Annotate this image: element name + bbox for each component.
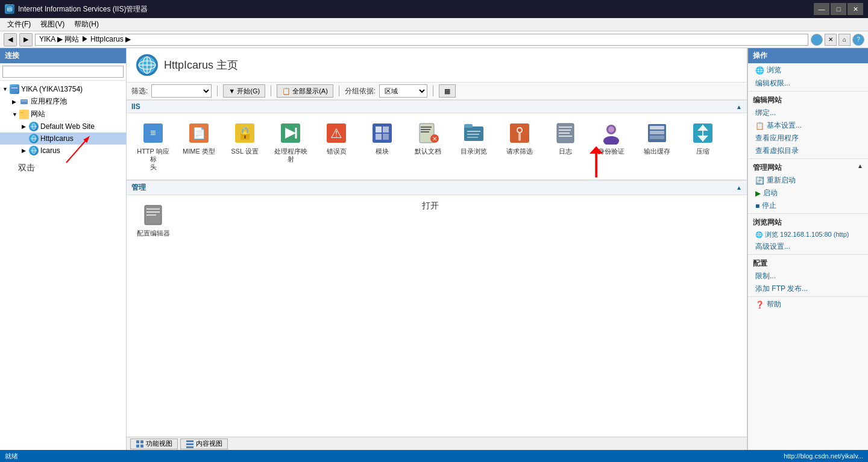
- maximize-button[interactable]: □: [831, 3, 846, 15]
- edit-perms-label: 编辑权限...: [755, 78, 790, 89]
- right-action-stop[interactable]: ■ 停止: [748, 199, 868, 212]
- iis-section-toggle[interactable]: ▲: [736, 104, 742, 110]
- feature-view-button[interactable]: 功能视图: [130, 439, 178, 449]
- right-link-browse[interactable]: 🌐 浏览: [748, 63, 868, 77]
- svg-rect-81: [140, 445, 143, 448]
- iis-item-dir-browse[interactable]: 目录浏览: [452, 118, 495, 175]
- tree-toggle-server[interactable]: ▼: [2, 86, 10, 92]
- filter-select[interactable]: [151, 84, 212, 98]
- svg-rect-66: [650, 131, 664, 134]
- right-link-edit-perms[interactable]: 编辑权限...: [748, 77, 868, 90]
- minimize-button[interactable]: —: [814, 3, 829, 15]
- svg-rect-37: [376, 126, 382, 133]
- view-apps-label: 查看应用程序: [755, 133, 799, 143]
- right-subsection-edit-site: 编辑网站: [748, 93, 868, 107]
- right-subsection-manage-site: 管理网站 ▲: [748, 160, 868, 174]
- start-button[interactable]: ▼ 开始(G): [223, 84, 265, 98]
- forward-button[interactable]: ▶: [19, 33, 33, 46]
- svg-rect-84: [186, 446, 193, 448]
- right-action-browse-url[interactable]: 🌐 浏览 192.168.1.105:80 (http): [748, 229, 868, 240]
- tree-item-sites[interactable]: ▼ 网站: [0, 108, 126, 120]
- start-icon: ▶: [755, 189, 761, 198]
- right-action-help[interactable]: ❓ 帮助: [748, 298, 868, 311]
- right-action-start[interactable]: ▶ 启动: [748, 187, 868, 199]
- page-title: HttpIcarus 主页: [164, 58, 238, 72]
- status-text: 就绪: [5, 452, 18, 461]
- group-select[interactable]: 区域: [379, 84, 427, 98]
- status-bar: 就绪 http://blog.csdn.net/yikalv...: [0, 450, 868, 462]
- right-action-restart[interactable]: 🔄 重新启动: [748, 174, 868, 187]
- menu-file[interactable]: 文件(F): [2, 18, 36, 31]
- refresh-icon[interactable]: [811, 34, 823, 46]
- auth-label: 身份验证: [598, 148, 624, 155]
- content-area: HttpIcarus 主页 筛选: ▼ 开始(G) 📋 全部显示(A) 分组依据…: [127, 48, 747, 450]
- manage-section-toggle[interactable]: ▲: [736, 184, 742, 191]
- svg-text:≡: ≡: [150, 128, 156, 138]
- iis-item-request-filter[interactable]: 请求筛选: [498, 118, 541, 175]
- iis-item-auth[interactable]: 身份验证: [590, 118, 633, 175]
- tree-toggle-sites[interactable]: ▼: [12, 111, 19, 117]
- show-all-icon: 📋: [282, 87, 291, 95]
- iis-item-default-doc[interactable]: ✕ 默认文档: [406, 118, 450, 175]
- manage-item-config-editor[interactable]: 配置编辑器: [131, 200, 175, 240]
- help-icon[interactable]: ?: [852, 34, 864, 46]
- view-vdirs-label: 查看虚拟目录: [755, 146, 799, 156]
- menu-help[interactable]: 帮助(H): [69, 18, 104, 31]
- mime-icon: 📄: [187, 121, 211, 145]
- show-all-button[interactable]: 📋 全部显示(A): [277, 84, 333, 98]
- sidebar-search-area: [0, 63, 126, 81]
- home-icon[interactable]: ⌂: [838, 34, 851, 46]
- svg-rect-55: [518, 133, 521, 141]
- menu-view[interactable]: 视图(V): [36, 18, 69, 31]
- default-site-icon: [29, 122, 39, 131]
- manage-section-label: 管理: [131, 183, 146, 193]
- svg-rect-60: [559, 136, 572, 137]
- stop-icon[interactable]: ✕: [825, 34, 837, 46]
- close-button[interactable]: ✕: [848, 3, 863, 15]
- iis-item-module[interactable]: 模块: [360, 118, 404, 175]
- back-button[interactable]: ◀: [4, 33, 17, 46]
- iis-item-http-header[interactable]: ≡ HTTP 响应标头: [131, 118, 175, 175]
- tree-toggle-apppool[interactable]: ▶: [12, 99, 19, 105]
- tree-item-apppool[interactable]: ▶ 应用程序池: [0, 95, 126, 108]
- iis-section-header: IIS ▲: [127, 100, 747, 113]
- iis-item-compress[interactable]: 压缩: [681, 118, 725, 175]
- help-label: 帮助: [767, 299, 781, 310]
- browse-icon: 🌐: [755, 66, 764, 75]
- svg-rect-3: [11, 86, 18, 92]
- view-button[interactable]: ▦: [439, 84, 456, 98]
- tree-item-server[interactable]: ▼ YIKA (YIKA\13754): [0, 83, 126, 95]
- svg-rect-4: [11, 87, 17, 89]
- right-action-view-vdirs[interactable]: 查看虚拟目录: [748, 145, 868, 157]
- svg-point-63: [608, 126, 614, 133]
- iis-item-output-cache[interactable]: 输出缓存: [635, 118, 679, 175]
- apppool-icon: [19, 97, 29, 107]
- iis-item-error[interactable]: ⚠ 错误页: [315, 118, 358, 175]
- iis-item-handler[interactable]: 处理程序映射: [269, 118, 312, 175]
- manage-site-toggle[interactable]: ▲: [857, 163, 863, 169]
- iis-item-log[interactable]: 日志: [544, 118, 587, 175]
- content-view-button[interactable]: 内容视图: [180, 439, 228, 449]
- right-action-limit[interactable]: 限制...: [748, 270, 868, 283]
- svg-text:IIS: IIS: [7, 7, 13, 11]
- manage-icons-grid: 配置编辑器: [127, 195, 747, 245]
- right-action-advanced[interactable]: 高级设置...: [748, 240, 868, 253]
- right-action-bind[interactable]: 绑定...: [748, 107, 868, 119]
- tree-toggle-default[interactable]: ▶: [22, 123, 29, 130]
- tree-item-default-site[interactable]: ▶ Default Web Site: [0, 120, 126, 133]
- compress-icon: [691, 121, 715, 145]
- sidebar-search-input[interactable]: [2, 66, 124, 78]
- svg-rect-65: [650, 126, 664, 130]
- svg-rect-58: [559, 130, 571, 131]
- iis-item-ssl[interactable]: 🔒 SSL 设置: [223, 118, 266, 175]
- tree-toggle-icarus[interactable]: ▶: [22, 148, 29, 154]
- svg-rect-43: [421, 129, 430, 130]
- iis-item-mime[interactable]: 📄 MIME 类型: [177, 118, 221, 175]
- right-action-basic-settings[interactable]: 📋 基本设置...: [748, 119, 868, 132]
- svg-text:✕: ✕: [432, 136, 437, 142]
- right-action-view-apps[interactable]: 查看应用程序: [748, 132, 868, 145]
- divider-4: [748, 254, 868, 255]
- svg-rect-83: [186, 443, 193, 445]
- right-action-ftp[interactable]: 添加 FTP 发布...: [748, 283, 868, 295]
- svg-rect-42: [421, 126, 432, 128]
